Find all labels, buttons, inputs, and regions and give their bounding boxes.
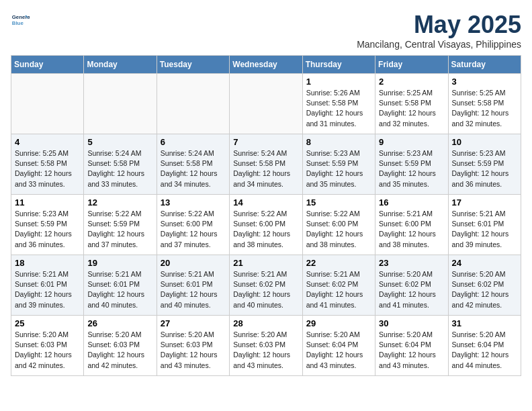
calendar-cell: 16Sunrise: 5:21 AM Sunset: 6:00 PM Dayli… bbox=[375, 195, 448, 255]
calendar-week-2: 4Sunrise: 5:25 AM Sunset: 5:58 PM Daylig… bbox=[11, 134, 521, 195]
day-info: Sunrise: 5:20 AM Sunset: 6:03 PM Dayligh… bbox=[87, 330, 152, 371]
day-info: Sunrise: 5:24 AM Sunset: 5:58 PM Dayligh… bbox=[87, 148, 152, 189]
day-number: 2 bbox=[379, 77, 444, 87]
calendar-cell: 8Sunrise: 5:23 AM Sunset: 5:59 PM Daylig… bbox=[302, 134, 375, 195]
day-info: Sunrise: 5:22 AM Sunset: 5:59 PM Dayligh… bbox=[87, 209, 152, 250]
day-number: 25 bbox=[15, 318, 80, 328]
day-info: Sunrise: 5:20 AM Sunset: 6:02 PM Dayligh… bbox=[452, 269, 517, 310]
day-info: Sunrise: 5:22 AM Sunset: 6:00 PM Dayligh… bbox=[306, 209, 371, 250]
title-area: May 2025 Mancilang, Central Visayas, Phi… bbox=[357, 11, 521, 50]
day-number: 20 bbox=[161, 258, 226, 268]
header-wednesday: Wednesday bbox=[230, 56, 302, 74]
calendar-cell: 5Sunrise: 5:24 AM Sunset: 5:58 PM Daylig… bbox=[84, 134, 157, 195]
logo: General Blue bbox=[11, 11, 30, 30]
calendar-week-5: 25Sunrise: 5:20 AM Sunset: 6:03 PM Dayli… bbox=[11, 316, 521, 376]
day-info: Sunrise: 5:26 AM Sunset: 5:58 PM Dayligh… bbox=[306, 88, 371, 129]
header-tuesday: Tuesday bbox=[157, 56, 229, 74]
header-saturday: Saturday bbox=[448, 56, 521, 74]
day-number: 12 bbox=[87, 197, 152, 208]
month-title: May 2025 bbox=[357, 11, 521, 39]
header-sunday: Sunday bbox=[11, 56, 84, 74]
calendar-cell: 30Sunrise: 5:20 AM Sunset: 6:04 PM Dayli… bbox=[375, 316, 448, 376]
day-number: 30 bbox=[379, 318, 444, 328]
day-info: Sunrise: 5:23 AM Sunset: 5:59 PM Dayligh… bbox=[15, 209, 80, 250]
day-number: 11 bbox=[15, 197, 80, 208]
calendar-cell bbox=[157, 74, 229, 134]
day-number: 18 bbox=[15, 258, 80, 268]
calendar-cell: 6Sunrise: 5:24 AM Sunset: 5:58 PM Daylig… bbox=[157, 134, 229, 195]
calendar-cell: 3Sunrise: 5:25 AM Sunset: 5:58 PM Daylig… bbox=[448, 74, 521, 134]
day-number: 28 bbox=[233, 318, 298, 328]
calendar-cell: 31Sunrise: 5:20 AM Sunset: 6:04 PM Dayli… bbox=[448, 316, 521, 376]
calendar-cell: 26Sunrise: 5:20 AM Sunset: 6:03 PM Dayli… bbox=[84, 316, 157, 376]
day-number: 13 bbox=[161, 197, 226, 208]
day-number: 14 bbox=[233, 197, 298, 208]
day-number: 19 bbox=[87, 258, 152, 268]
day-info: Sunrise: 5:20 AM Sunset: 6:04 PM Dayligh… bbox=[306, 330, 371, 371]
day-number: 17 bbox=[452, 197, 517, 208]
day-info: Sunrise: 5:22 AM Sunset: 6:00 PM Dayligh… bbox=[161, 209, 226, 250]
day-info: Sunrise: 5:21 AM Sunset: 6:01 PM Dayligh… bbox=[161, 269, 226, 310]
day-number: 16 bbox=[379, 197, 444, 208]
day-info: Sunrise: 5:24 AM Sunset: 5:58 PM Dayligh… bbox=[233, 148, 298, 189]
calendar-cell: 29Sunrise: 5:20 AM Sunset: 6:04 PM Dayli… bbox=[302, 316, 375, 376]
day-info: Sunrise: 5:20 AM Sunset: 6:03 PM Dayligh… bbox=[15, 330, 80, 371]
day-number: 7 bbox=[233, 137, 298, 147]
day-number: 24 bbox=[452, 258, 517, 268]
day-info: Sunrise: 5:23 AM Sunset: 5:59 PM Dayligh… bbox=[379, 148, 444, 189]
calendar-cell: 13Sunrise: 5:22 AM Sunset: 6:00 PM Dayli… bbox=[157, 195, 229, 255]
calendar-cell: 22Sunrise: 5:21 AM Sunset: 6:02 PM Dayli… bbox=[302, 255, 375, 316]
day-info: Sunrise: 5:20 AM Sunset: 6:02 PM Dayligh… bbox=[379, 269, 444, 310]
header-thursday: Thursday bbox=[302, 56, 375, 74]
logo-icon: General Blue bbox=[11, 11, 30, 30]
day-info: Sunrise: 5:21 AM Sunset: 6:02 PM Dayligh… bbox=[233, 269, 298, 310]
calendar-cell: 4Sunrise: 5:25 AM Sunset: 5:58 PM Daylig… bbox=[11, 134, 84, 195]
day-info: Sunrise: 5:20 AM Sunset: 6:03 PM Dayligh… bbox=[233, 330, 298, 371]
calendar-cell: 10Sunrise: 5:23 AM Sunset: 5:59 PM Dayli… bbox=[448, 134, 521, 195]
calendar-cell: 18Sunrise: 5:21 AM Sunset: 6:01 PM Dayli… bbox=[11, 255, 84, 316]
day-number: 9 bbox=[379, 137, 444, 147]
calendar-cell: 1Sunrise: 5:26 AM Sunset: 5:58 PM Daylig… bbox=[302, 74, 375, 134]
calendar-cell: 24Sunrise: 5:20 AM Sunset: 6:02 PM Dayli… bbox=[448, 255, 521, 316]
day-number: 15 bbox=[306, 197, 371, 208]
day-info: Sunrise: 5:21 AM Sunset: 6:01 PM Dayligh… bbox=[87, 269, 152, 310]
calendar-header-row: Sunday Monday Tuesday Wednesday Thursday… bbox=[11, 56, 521, 74]
svg-text:Blue: Blue bbox=[12, 20, 24, 26]
day-info: Sunrise: 5:25 AM Sunset: 5:58 PM Dayligh… bbox=[379, 88, 444, 129]
day-number: 29 bbox=[306, 318, 371, 328]
day-info: Sunrise: 5:20 AM Sunset: 6:04 PM Dayligh… bbox=[379, 330, 444, 371]
calendar-cell bbox=[11, 74, 84, 134]
day-number: 21 bbox=[233, 258, 298, 268]
day-info: Sunrise: 5:21 AM Sunset: 6:01 PM Dayligh… bbox=[15, 269, 80, 310]
calendar-cell: 19Sunrise: 5:21 AM Sunset: 6:01 PM Dayli… bbox=[84, 255, 157, 316]
calendar-cell: 2Sunrise: 5:25 AM Sunset: 5:58 PM Daylig… bbox=[375, 74, 448, 134]
day-number: 6 bbox=[161, 137, 226, 147]
calendar-cell: 28Sunrise: 5:20 AM Sunset: 6:03 PM Dayli… bbox=[230, 316, 302, 376]
day-number: 10 bbox=[452, 137, 517, 147]
day-number: 22 bbox=[306, 258, 371, 268]
day-number: 27 bbox=[161, 318, 226, 328]
calendar-cell bbox=[230, 74, 302, 134]
calendar-week-4: 18Sunrise: 5:21 AM Sunset: 6:01 PM Dayli… bbox=[11, 255, 521, 316]
calendar-cell: 27Sunrise: 5:20 AM Sunset: 6:03 PM Dayli… bbox=[157, 316, 229, 376]
subtitle: Mancilang, Central Visayas, Philippines bbox=[357, 39, 521, 50]
day-number: 3 bbox=[452, 77, 517, 87]
page-header: General Blue May 2025 Mancilang, Central… bbox=[11, 11, 521, 50]
calendar-cell: 7Sunrise: 5:24 AM Sunset: 5:58 PM Daylig… bbox=[230, 134, 302, 195]
day-info: Sunrise: 5:23 AM Sunset: 5:59 PM Dayligh… bbox=[306, 148, 371, 189]
calendar-cell bbox=[84, 74, 157, 134]
day-info: Sunrise: 5:21 AM Sunset: 6:01 PM Dayligh… bbox=[452, 209, 517, 250]
day-number: 8 bbox=[306, 137, 371, 147]
calendar-cell: 9Sunrise: 5:23 AM Sunset: 5:59 PM Daylig… bbox=[375, 134, 448, 195]
day-info: Sunrise: 5:25 AM Sunset: 5:58 PM Dayligh… bbox=[452, 88, 517, 129]
day-info: Sunrise: 5:23 AM Sunset: 5:59 PM Dayligh… bbox=[452, 148, 517, 189]
header-friday: Friday bbox=[375, 56, 448, 74]
day-info: Sunrise: 5:21 AM Sunset: 6:02 PM Dayligh… bbox=[306, 269, 371, 310]
day-info: Sunrise: 5:20 AM Sunset: 6:04 PM Dayligh… bbox=[452, 330, 517, 371]
calendar-week-1: 1Sunrise: 5:26 AM Sunset: 5:58 PM Daylig… bbox=[11, 74, 521, 134]
calendar-week-3: 11Sunrise: 5:23 AM Sunset: 5:59 PM Dayli… bbox=[11, 195, 521, 255]
calendar-cell: 21Sunrise: 5:21 AM Sunset: 6:02 PM Dayli… bbox=[230, 255, 302, 316]
day-info: Sunrise: 5:24 AM Sunset: 5:58 PM Dayligh… bbox=[161, 148, 226, 189]
header-monday: Monday bbox=[84, 56, 157, 74]
day-number: 26 bbox=[87, 318, 152, 328]
